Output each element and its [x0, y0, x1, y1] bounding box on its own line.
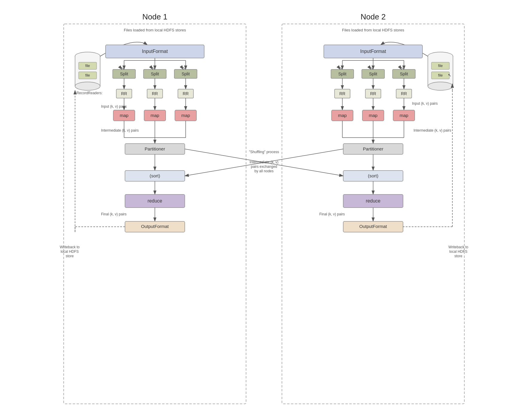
- svg-text:Split: Split: [151, 71, 159, 76]
- svg-text:RR: RR: [370, 91, 376, 96]
- svg-text:Input (k, v) pairs: Input (k, v) pairs: [412, 101, 438, 106]
- svg-text:RecordReaders:: RecordReaders:: [77, 91, 103, 95]
- svg-text:InputFormat: InputFormat: [142, 49, 168, 54]
- svg-text:Partitioner: Partitioner: [363, 146, 383, 151]
- svg-text:local HDFS: local HDFS: [449, 249, 468, 254]
- svg-text:OutputFormat: OutputFormat: [141, 224, 169, 229]
- svg-text:map: map: [338, 113, 347, 118]
- svg-text:map: map: [120, 113, 128, 118]
- svg-text:↖: ↖: [448, 73, 451, 77]
- svg-point-5: [75, 82, 100, 90]
- node1-hdfs-label: Files loaded from local HDFS stores: [124, 28, 186, 32]
- svg-text:file: file: [85, 64, 90, 68]
- svg-text:map: map: [399, 113, 408, 118]
- svg-text:(sort): (sort): [150, 173, 160, 178]
- svg-rect-2: [75, 56, 100, 86]
- svg-text:RR: RR: [152, 91, 158, 96]
- node1-title: Node 1: [142, 12, 167, 21]
- svg-text:Writeback to: Writeback to: [448, 245, 469, 249]
- svg-text:local HDFS: local HDFS: [61, 249, 79, 254]
- svg-text:map: map: [181, 113, 190, 118]
- svg-text:Split: Split: [369, 71, 377, 76]
- node2-hdfs-label: Files loaded from local HDFS stores: [342, 28, 405, 32]
- svg-point-73: [428, 82, 453, 90]
- svg-text:map: map: [369, 113, 377, 118]
- svg-text:"Shuffling" process: "Shuffling" process: [249, 150, 279, 154]
- svg-text:Split: Split: [120, 71, 128, 76]
- full-diagram: Node 1 Files loaded from local HDFS stor…: [55, 12, 473, 419]
- svg-text:RR: RR: [401, 91, 407, 96]
- main-diagram-svg: Node 1 Files loaded from local HDFS stor…: [55, 12, 473, 419]
- svg-text:file: file: [85, 73, 90, 77]
- svg-text:Split: Split: [181, 71, 190, 76]
- node2-title: Node 2: [361, 12, 386, 21]
- svg-text:Split: Split: [338, 71, 346, 76]
- svg-text:store: store: [66, 254, 74, 258]
- page-container: Node 1 Files loaded from local HDFS stor…: [6, 12, 522, 419]
- svg-text:Final (k, v) pairs: Final (k, v) pairs: [101, 212, 126, 216]
- svg-text:RR: RR: [121, 91, 127, 96]
- svg-text:(sort): (sort): [368, 173, 379, 178]
- svg-text:reduce: reduce: [148, 198, 162, 203]
- svg-text:file: file: [438, 64, 443, 68]
- svg-text:Split: Split: [400, 71, 408, 76]
- svg-text:Writeback to: Writeback to: [60, 245, 80, 249]
- svg-text:pairs exchanged: pairs exchanged: [251, 165, 277, 169]
- svg-text:map: map: [150, 113, 159, 118]
- svg-text:RR: RR: [339, 91, 345, 96]
- svg-text:OutputFormat: OutputFormat: [359, 224, 387, 229]
- svg-text:Final (k, v) pairs: Final (k, v) pairs: [319, 212, 345, 216]
- svg-text:file: file: [438, 73, 443, 77]
- svg-text:Partitioner: Partitioner: [145, 146, 165, 151]
- svg-rect-70: [428, 56, 453, 86]
- svg-text:Intermediate (k, v) pairs: Intermediate (k, v) pairs: [101, 128, 139, 133]
- svg-text:reduce: reduce: [366, 198, 381, 203]
- svg-text:by all nodes: by all nodes: [254, 169, 274, 173]
- svg-text:RR: RR: [183, 91, 189, 96]
- svg-text:store: store: [454, 254, 463, 258]
- svg-text:InputFormat: InputFormat: [360, 49, 386, 54]
- svg-text:Intermediate (k, v): Intermediate (k, v): [250, 160, 279, 164]
- svg-text:Intermediate (k, v) pairs: Intermediate (k, v) pairs: [413, 128, 451, 133]
- svg-text:Input (k, v) pairs: Input (k, v) pairs: [101, 104, 127, 109]
